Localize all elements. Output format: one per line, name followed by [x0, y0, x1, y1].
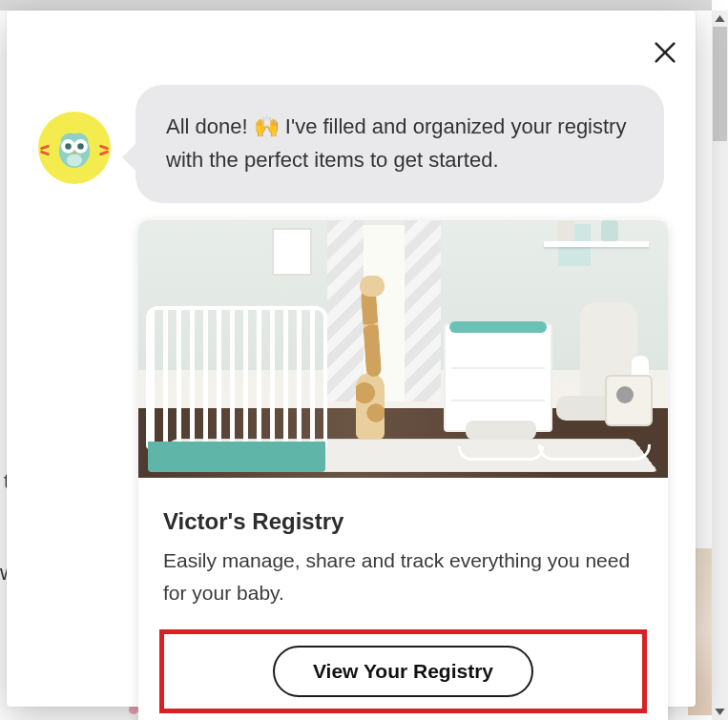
registry-card-body: Victor's Registry Easily manage, share a… [138, 478, 668, 720]
vertical-scrollbar[interactable] [712, 10, 728, 720]
assistant-message-bubble: All done! 🙌 I've filled and organized yo… [135, 85, 664, 203]
svg-point-6 [77, 143, 84, 150]
registry-card: Victor's Registry Easily manage, share a… [138, 220, 668, 720]
registry-complete-modal: All done! 🙌 I've filled and organized yo… [7, 10, 696, 707]
close-button[interactable] [652, 39, 678, 66]
scrollbar-up-button[interactable] [712, 10, 728, 27]
view-registry-button[interactable]: View Your Registry [273, 646, 533, 697]
registry-card-image [138, 220, 668, 478]
view-registry-label: View Your Registry [313, 660, 493, 683]
close-icon [652, 39, 678, 66]
assistant-avatar [38, 112, 111, 184]
scrollbar-down-button[interactable] [712, 704, 728, 720]
assistant-message-row: All done! 🙌 I've filled and organized yo… [38, 85, 664, 203]
window-titlebar-strip [0, 0, 712, 10]
owl-icon [50, 123, 99, 173]
assistant-message-text: All done! 🙌 I've filled and organized yo… [166, 114, 626, 172]
registry-description: Easily manage, share and track everythin… [163, 545, 643, 608]
svg-point-7 [67, 154, 82, 167]
scrollbar-thumb[interactable] [713, 27, 727, 141]
cta-highlight-box: View Your Registry [159, 629, 647, 713]
svg-point-5 [65, 143, 72, 150]
registry-title: Victor's Registry [163, 508, 643, 535]
